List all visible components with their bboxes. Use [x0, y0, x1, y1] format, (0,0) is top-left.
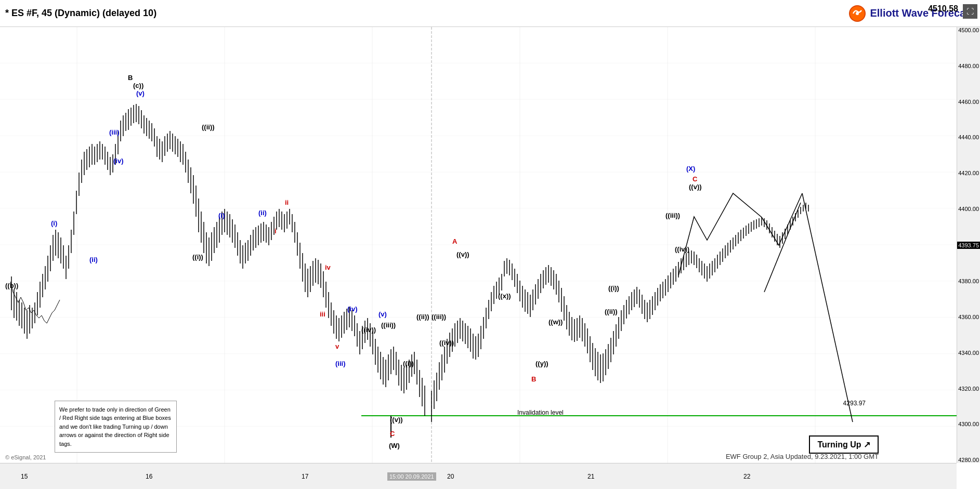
time-label-16: 16 [146, 473, 152, 480]
wave-label-iii-blue-deep: (iii) [335, 360, 346, 367]
wave-label-iv-paren: ((iv)) [361, 326, 376, 334]
time-label-1500: 15:00 20.09.2021 [387, 472, 436, 481]
wave-label-B-red: B [531, 375, 536, 383]
wave-label-v-red: v [335, 342, 339, 350]
wave-label-i-paren-right: ((i)) [403, 360, 414, 367]
chart-container: * ES #F, 45 (Dynamic) (delayed 10) Ellio… [0, 0, 980, 489]
time-axis: 15 16 17 20 15:00 20.09.2021 21 22 [0, 463, 957, 489]
chart-area: ((b)) (i) (ii) (iii) (iv) B (c)) (v) ((i… [0, 27, 957, 463]
price-label-4420: 4420.00 [957, 170, 980, 176]
wave-label-v-left: (v) [136, 89, 145, 97]
time-label-21: 21 [587, 473, 594, 480]
wave-label-ii-left: (ii) [89, 256, 98, 263]
price-label-4360: 4360.00 [957, 314, 980, 320]
invalidation-value: 4293.97 [843, 400, 866, 407]
time-label-17: 17 [302, 473, 308, 480]
svg-point-1 [856, 12, 859, 15]
price-label-4480: 4480.00 [957, 63, 980, 69]
wave-label-iv-red: iv [325, 263, 331, 271]
wave-label-C-red: C [390, 430, 395, 438]
wave-label-iv-paren-r: ((iv)) [439, 339, 454, 347]
wave-label-i-red: i [275, 227, 277, 235]
price-label-4380: 4380.00 [957, 278, 980, 284]
wave-label-v-paren-low: ((v)) [390, 416, 403, 424]
maximize-button[interactable]: ⛶ [963, 4, 977, 19]
wave-label-ii-paren: ((ii)) [202, 123, 215, 131]
ewf-logo-icon [849, 5, 866, 22]
ewf-logo-text: Elliott Wave Forecast [870, 7, 975, 19]
wave-label-iv-paren-far: ((iv)) [675, 245, 689, 253]
info-box: We prefer to trade only in direction of … [55, 401, 177, 453]
price-label-4400: 4400.00 [957, 206, 980, 212]
wave-label-C-red-far: C [692, 175, 697, 183]
price-label-4440: 4440.00 [957, 134, 980, 140]
wave-label-x-paren: ((x)) [498, 292, 511, 300]
wave-label-iv-left: (iv) [113, 157, 124, 165]
wave-label-y-paren: ((y)) [535, 360, 548, 367]
chart-header: * ES #F, 45 (Dynamic) (delayed 10) Ellio… [0, 0, 980, 27]
price-label-current: 4393.75 [957, 242, 980, 249]
price-display: 4510.58 [928, 4, 958, 14]
wave-label-i-blue-mid: (i) [218, 212, 225, 219]
price-label-4500: 4500.00 [957, 27, 980, 33]
wave-label-v-blue: (v) [378, 310, 387, 318]
wave-label-A-red: A [452, 237, 457, 245]
turning-up-box: Turning Up ↗ [809, 435, 879, 454]
time-label-15: 15 [21, 473, 28, 480]
time-label-22: 22 [743, 473, 750, 480]
wave-label-c-paren: (c)) [133, 82, 143, 89]
chart-title: * ES #F, 45 (Dynamic) (delayed 10) [5, 8, 156, 19]
wave-label-iii-paren: ((iii)) [381, 321, 396, 329]
price-label-4340: 4340.00 [957, 350, 980, 356]
wave-label-ii-paren-right: ((ii)) [416, 313, 429, 321]
wave-label-w-paren: ((w)) [548, 318, 563, 326]
wave-label-ii-blue: (ii) [258, 209, 267, 217]
price-label-4460: 4460.00 [957, 99, 980, 105]
price-label-4300: 4300.00 [957, 421, 980, 427]
price-label-4320: 4320.00 [957, 386, 980, 392]
wave-label-v-paren-A: ((v)) [456, 250, 469, 258]
wave-label-X-blue: (X) [686, 165, 695, 173]
wave-label-b-left: ((b)) [5, 282, 18, 289]
wave-label-iii-cluster: ((iii)) [432, 313, 446, 321]
wave-label-iii-paren-far: ((iii)) [665, 212, 680, 219]
time-label-20: 20 [447, 473, 454, 480]
wave-label-i-paren-far: ((i)) [608, 284, 619, 292]
wave-label-ii-paren-far: ((ii)) [605, 308, 618, 315]
invalidation-line-label: Invalidation level [517, 409, 564, 416]
price-axis: 4500.00 4480.00 4460.00 4440.00 4420.00 … [957, 27, 980, 463]
wave-label-ii-red: ii [285, 199, 289, 206]
wave-label-W-paren: (W) [389, 442, 400, 450]
wave-label-B: B [128, 74, 133, 82]
esignal-footer: © eSignal, 2021 [5, 454, 46, 460]
wave-label-i-left: (i) [51, 219, 57, 227]
info-box-text: We prefer to trade only in direction of … [59, 406, 171, 447]
wave-label-iii-red: iii [320, 310, 325, 318]
wave-label-iii-left: (iii) [109, 128, 120, 136]
wave-label-v-paren-far: ((v)) [689, 183, 702, 191]
turning-up-label: Turning Up ↗ [817, 440, 870, 449]
price-label-4280: 4280.00 [957, 457, 980, 463]
wave-label-i-paren-bottom: ((i)) [192, 253, 203, 261]
ewf-footer: EWF Group 2, Asia Updated, 9.23.2021, 1:… [726, 453, 879, 460]
wave-label-iv-blue-mid: (iv) [347, 305, 358, 313]
